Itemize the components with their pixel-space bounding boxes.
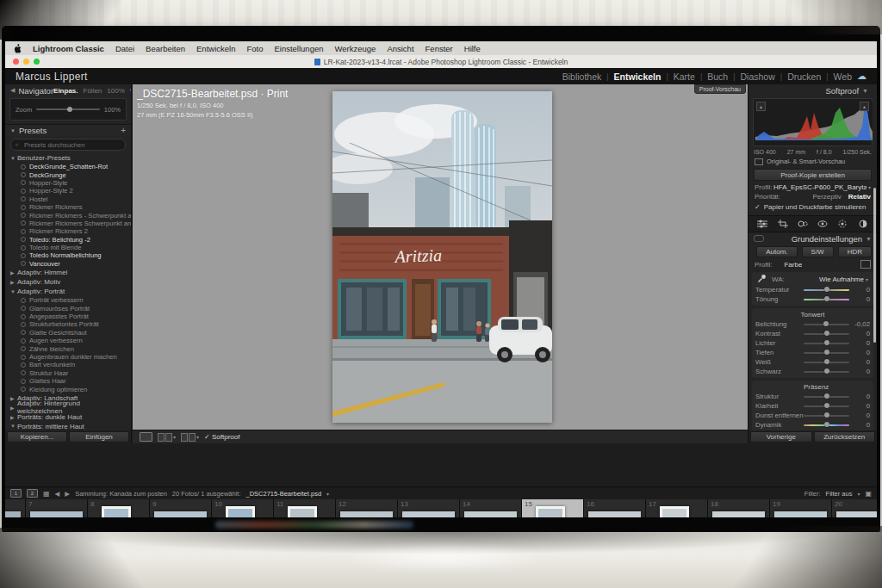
preset-search-input[interactable] — [22, 140, 121, 150]
slider-thumb[interactable] — [823, 321, 829, 326]
filmstrip-source-label[interactable]: Sammlung: Kanada zum posten — [75, 490, 167, 498]
menu-item-lightroom-classic[interactable]: Lightroom Classic — [33, 44, 104, 53]
filmstrip-thumbnail-14[interactable]: 14•••• — [460, 499, 522, 517]
previous-button[interactable]: Vorherige — [750, 431, 812, 443]
preset-item[interactable]: Glatte Gesichtshaut — [5, 329, 131, 337]
menu-item-einstellungen[interactable]: Einstellungen — [274, 44, 323, 53]
basic-profile-value[interactable]: Farbe — [784, 261, 802, 269]
filmstrip-source-dropdown-icon[interactable]: ▾ — [326, 491, 329, 497]
filmstrip-thumbnail-13[interactable]: 13•••• — [398, 499, 460, 517]
preset-item[interactable]: Augenbrauen dunkler machen — [5, 353, 131, 361]
module-tab-entwickeln[interactable]: Entwickeln — [614, 71, 662, 82]
loupe-view-icon[interactable] — [140, 432, 152, 442]
preset-group-header[interactable]: ▼Benutzer-Presets — [5, 153, 131, 163]
paste-settings-button[interactable]: Einfügen — [69, 431, 129, 443]
preset-item[interactable]: Hostel — [5, 195, 131, 203]
filter-lock-icon[interactable]: ▣ — [865, 490, 872, 498]
preset-item[interactable]: DeckGrunge — [5, 170, 131, 178]
preset-group-header[interactable]: ▼Adaptiv: Porträt — [5, 287, 131, 296]
slider-track-dynamik[interactable] — [804, 424, 849, 426]
lens-blur-icon[interactable] — [857, 219, 869, 229]
menu-item-hilfe[interactable]: Hilfe — [464, 44, 481, 53]
module-tab-diashow[interactable]: Diashow — [741, 71, 775, 82]
filmstrip-thumbnail-7[interactable]: 7•••• — [26, 499, 88, 517]
preset-item[interactable]: Toledo Normalbelichtung — [5, 251, 131, 259]
basic-button-autom[interactable]: Autom. — [756, 246, 797, 257]
apple-logo-icon[interactable] — [14, 44, 22, 53]
intent-option-perzeptiv[interactable]: Perzeptiv — [812, 193, 841, 201]
wb-dropdown-icon[interactable]: ▾ — [866, 276, 868, 282]
preset-group-header[interactable]: ▶Adaptiv: Motiv — [5, 277, 131, 287]
slider-thumb[interactable] — [824, 412, 829, 418]
create-proof-copy-button[interactable]: Proof-Kopie erstellen — [754, 169, 872, 181]
slider-track-temperatur[interactable] — [804, 289, 849, 291]
previous-photo-arrow-icon[interactable]: ◀ — [55, 490, 60, 498]
menu-item-entwickeln[interactable]: Entwickeln — [196, 44, 235, 53]
main-window-icon[interactable]: 1 — [10, 489, 22, 498]
proof-profile-row[interactable]: Profil: HFA_EpsSC-P600_PK_BarytaFB ▾ — [748, 183, 877, 192]
second-window-icon[interactable]: 2 — [27, 489, 38, 498]
preset-item[interactable]: Struktur Haar — [5, 369, 131, 377]
zoom-window-button[interactable] — [34, 59, 40, 65]
highlight-clipping-icon[interactable]: ▲ — [860, 102, 869, 111]
wb-value-dropdown[interactable]: Wie Aufnahme — [819, 275, 864, 283]
next-photo-arrow-icon[interactable]: ▶ — [65, 490, 70, 498]
add-preset-button[interactable]: + — [121, 126, 126, 135]
preset-item[interactable]: Rickmer Rickmers 2 — [5, 227, 131, 235]
preset-item[interactable]: Zähne bleichen — [5, 344, 131, 352]
menu-item-datei[interactable]: Datei — [115, 44, 134, 53]
filmstrip-thumbnail-17[interactable]: 17•••• — [646, 499, 708, 517]
right-panel-scrollbar[interactable] — [873, 188, 876, 343]
basic-panel-header[interactable]: Grundeinstellungen ▼ — [748, 232, 877, 244]
collapse-left-panel-icon[interactable]: ◀ — [10, 87, 15, 94]
preset-group-disclosure-icon[interactable]: ▶ — [10, 269, 17, 275]
profile-dropdown-icon[interactable]: ▾ — [868, 184, 871, 190]
navigator-zoom-100[interactable]: 100% — [107, 87, 124, 95]
preset-group-disclosure-icon[interactable]: ▼ — [10, 289, 17, 294]
preset-group-disclosure-icon[interactable]: ▼ — [10, 424, 17, 429]
filter-value-dropdown[interactable]: Filter aus — [826, 490, 853, 498]
masking-icon[interactable] — [836, 219, 848, 229]
preset-item[interactable]: DeckGrunde_Schatten-Rot — [5, 163, 131, 170]
slider-thumb[interactable] — [824, 350, 829, 355]
preset-group-disclosure-icon[interactable]: ▶ — [10, 405, 17, 411]
zoom-slider[interactable] — [36, 108, 100, 110]
module-tab-web[interactable]: Web — [834, 71, 852, 82]
preset-item[interactable]: Kleidung optimieren — [5, 385, 131, 393]
slider-track-struktur[interactable] — [804, 396, 849, 398]
preset-item[interactable]: Hopper-Style 2 — [5, 187, 131, 195]
slider-thumb[interactable] — [824, 359, 829, 364]
module-tab-bibliothek[interactable]: Bibliothek — [562, 71, 602, 82]
preset-item[interactable]: Bart verdunkeln — [5, 361, 131, 368]
preset-search-box[interactable]: ⌕ — [10, 139, 126, 151]
presets-header[interactable]: ▼ Presets + — [5, 124, 131, 136]
filmstrip-thumbnail-16[interactable]: 16•••• — [584, 499, 646, 517]
slider-track-tnung[interactable] — [804, 299, 849, 300]
slider-track-klarheit[interactable] — [804, 405, 849, 407]
filmstrip-current-file[interactable]: _DSC2715-Bearbeitet.psd — [246, 490, 322, 498]
filmstrip-thumbnail-12[interactable]: 12•••• — [336, 499, 398, 517]
module-tab-karte[interactable]: Karte — [674, 71, 695, 82]
navigator-header[interactable]: ◀ Navigator Einpas.Füllen100%▾ — [5, 84, 131, 96]
filmstrip-thumbnail-6[interactable]: 6•••• — [5, 499, 26, 517]
navigator-zoom-dropdown-icon[interactable]: ▾ — [130, 87, 132, 94]
adjust-sliders-icon[interactable] — [756, 219, 768, 229]
cloud-sync-icon[interactable]: ☁ — [857, 71, 866, 82]
filter-dropdown-icon[interactable]: ▾ — [857, 491, 860, 497]
treatment-profile-row[interactable]: Profil: Farbe — [748, 259, 877, 269]
presets-disclosure-icon[interactable]: ▼ — [10, 128, 16, 133]
zoom-slider-thumb[interactable] — [67, 107, 72, 112]
preset-group-disclosure-icon[interactable]: ▼ — [10, 156, 17, 161]
intent-option-relativ[interactable]: Relativ — [848, 193, 871, 201]
preset-item[interactable]: Rickmer Rickmers Schwerpunkt angehoben — [5, 220, 131, 227]
slider-track-lichter[interactable] — [804, 343, 849, 344]
slider-thumb[interactable] — [824, 340, 829, 345]
slider-thumb[interactable] — [824, 403, 829, 408]
shadow-clipping-icon[interactable]: ▲ — [756, 102, 766, 111]
filmstrip-thumbnail-9[interactable]: 9•••• — [150, 499, 212, 517]
heal-icon[interactable] — [797, 219, 809, 229]
preset-item[interactable]: Toledo: Belichtung -2 — [5, 236, 131, 244]
preset-item[interactable]: Porträt verbessern — [5, 296, 131, 304]
basic-button-hdr[interactable]: HDR — [838, 246, 872, 257]
slider-thumb[interactable] — [824, 331, 829, 336]
